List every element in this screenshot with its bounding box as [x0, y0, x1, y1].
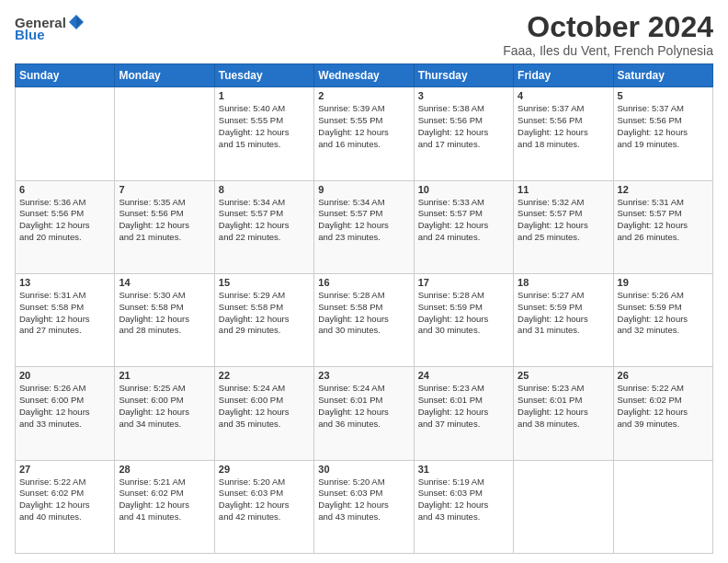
- cell-content: Sunrise: 5:20 AM Sunset: 6:03 PM Dayligh…: [219, 477, 310, 523]
- table-row: 24Sunrise: 5:23 AM Sunset: 6:01 PM Dayli…: [414, 367, 513, 460]
- calendar-week-row: 27Sunrise: 5:22 AM Sunset: 6:02 PM Dayli…: [16, 460, 713, 553]
- table-row: 12Sunrise: 5:31 AM Sunset: 5:57 PM Dayli…: [613, 180, 712, 273]
- table-row: 11Sunrise: 5:32 AM Sunset: 5:57 PM Dayli…: [514, 180, 613, 273]
- table-row: 25Sunrise: 5:23 AM Sunset: 6:01 PM Dayli…: [514, 367, 613, 460]
- day-number: 5: [618, 90, 709, 101]
- cell-content: Sunrise: 5:21 AM Sunset: 6:02 PM Dayligh…: [119, 477, 210, 523]
- col-sunday: Sunday: [16, 64, 115, 87]
- day-number: 3: [418, 90, 509, 101]
- cell-content: Sunrise: 5:22 AM Sunset: 6:02 PM Dayligh…: [19, 477, 110, 523]
- calendar-header-row: Sunday Monday Tuesday Wednesday Thursday…: [16, 64, 713, 87]
- calendar-table: Sunday Monday Tuesday Wednesday Thursday…: [15, 63, 713, 554]
- calendar-week-row: 13Sunrise: 5:31 AM Sunset: 5:58 PM Dayli…: [16, 273, 713, 366]
- cell-content: Sunrise: 5:29 AM Sunset: 5:58 PM Dayligh…: [219, 290, 310, 337]
- table-row: 5Sunrise: 5:37 AM Sunset: 5:56 PM Daylig…: [613, 87, 712, 180]
- table-row: 9Sunrise: 5:34 AM Sunset: 5:57 PM Daylig…: [314, 180, 414, 273]
- calendar-week-row: 6Sunrise: 5:36 AM Sunset: 5:56 PM Daylig…: [16, 180, 713, 273]
- table-row: 8Sunrise: 5:34 AM Sunset: 5:57 PM Daylig…: [214, 180, 313, 273]
- table-row: 18Sunrise: 5:27 AM Sunset: 5:59 PM Dayli…: [514, 273, 613, 366]
- cell-content: Sunrise: 5:19 AM Sunset: 6:03 PM Dayligh…: [418, 477, 509, 523]
- table-row: 10Sunrise: 5:33 AM Sunset: 5:57 PM Dayli…: [414, 180, 513, 273]
- cell-content: Sunrise: 5:37 AM Sunset: 5:56 PM Dayligh…: [618, 103, 709, 150]
- col-thursday: Thursday: [414, 64, 513, 87]
- day-number: 15: [219, 277, 310, 288]
- day-number: 13: [19, 277, 110, 288]
- logo-blue: Blue: [15, 27, 45, 42]
- cell-content: Sunrise: 5:26 AM Sunset: 6:00 PM Dayligh…: [19, 383, 110, 430]
- day-number: 23: [318, 370, 409, 381]
- title-area: October 2024 Faaa, Iles du Vent, French …: [503, 11, 713, 58]
- day-number: 10: [418, 184, 509, 195]
- day-number: 28: [119, 464, 210, 475]
- table-row: 19Sunrise: 5:26 AM Sunset: 5:59 PM Dayli…: [613, 273, 712, 366]
- col-saturday: Saturday: [613, 64, 712, 87]
- page: General Blue October 2024 Faaa, Iles du …: [0, 0, 728, 563]
- col-wednesday: Wednesday: [314, 64, 414, 87]
- cell-content: Sunrise: 5:38 AM Sunset: 5:56 PM Dayligh…: [418, 103, 509, 150]
- day-number: 29: [219, 464, 310, 475]
- table-row: 28Sunrise: 5:21 AM Sunset: 6:02 PM Dayli…: [115, 460, 214, 553]
- table-row: 29Sunrise: 5:20 AM Sunset: 6:03 PM Dayli…: [214, 460, 313, 553]
- day-number: 14: [119, 277, 210, 288]
- table-row: 16Sunrise: 5:28 AM Sunset: 5:58 PM Dayli…: [314, 273, 414, 366]
- cell-content: Sunrise: 5:28 AM Sunset: 5:59 PM Dayligh…: [418, 290, 509, 337]
- cell-content: Sunrise: 5:31 AM Sunset: 5:58 PM Dayligh…: [19, 290, 110, 337]
- cell-content: Sunrise: 5:34 AM Sunset: 5:57 PM Dayligh…: [219, 197, 310, 244]
- cell-content: Sunrise: 5:23 AM Sunset: 6:01 PM Dayligh…: [518, 383, 609, 430]
- day-number: 30: [318, 464, 409, 475]
- table-row: 2Sunrise: 5:39 AM Sunset: 5:55 PM Daylig…: [314, 87, 414, 180]
- table-row: 30Sunrise: 5:20 AM Sunset: 6:03 PM Dayli…: [314, 460, 414, 553]
- table-row: 22Sunrise: 5:24 AM Sunset: 6:00 PM Dayli…: [214, 367, 313, 460]
- col-tuesday: Tuesday: [214, 64, 313, 87]
- cell-content: Sunrise: 5:27 AM Sunset: 5:59 PM Dayligh…: [518, 290, 609, 337]
- table-row: 6Sunrise: 5:36 AM Sunset: 5:56 PM Daylig…: [16, 180, 115, 273]
- table-row: [514, 460, 613, 553]
- cell-content: Sunrise: 5:22 AM Sunset: 6:02 PM Dayligh…: [618, 383, 709, 430]
- cell-content: Sunrise: 5:40 AM Sunset: 5:55 PM Dayligh…: [219, 103, 310, 150]
- day-number: 12: [618, 184, 709, 195]
- cell-content: Sunrise: 5:25 AM Sunset: 6:00 PM Dayligh…: [119, 383, 210, 430]
- table-row: 20Sunrise: 5:26 AM Sunset: 6:00 PM Dayli…: [16, 367, 115, 460]
- cell-content: Sunrise: 5:24 AM Sunset: 6:01 PM Dayligh…: [318, 383, 409, 430]
- day-number: 18: [518, 277, 609, 288]
- day-number: 31: [418, 464, 509, 475]
- cell-content: Sunrise: 5:23 AM Sunset: 6:01 PM Dayligh…: [418, 383, 509, 430]
- table-row: [613, 460, 712, 553]
- table-row: 27Sunrise: 5:22 AM Sunset: 6:02 PM Dayli…: [16, 460, 115, 553]
- day-number: 9: [318, 184, 409, 195]
- cell-content: Sunrise: 5:20 AM Sunset: 6:03 PM Dayligh…: [318, 477, 409, 523]
- month-title: October 2024: [503, 11, 713, 43]
- table-row: 3Sunrise: 5:38 AM Sunset: 5:56 PM Daylig…: [414, 87, 513, 180]
- table-row: [16, 87, 115, 180]
- day-number: 2: [318, 90, 409, 101]
- cell-content: Sunrise: 5:28 AM Sunset: 5:58 PM Dayligh…: [318, 290, 409, 337]
- table-row: 14Sunrise: 5:30 AM Sunset: 5:58 PM Dayli…: [115, 273, 214, 366]
- day-number: 19: [618, 277, 709, 288]
- day-number: 11: [518, 184, 609, 195]
- calendar-week-row: 1Sunrise: 5:40 AM Sunset: 5:55 PM Daylig…: [16, 87, 713, 180]
- cell-content: Sunrise: 5:37 AM Sunset: 5:56 PM Dayligh…: [518, 103, 609, 150]
- table-row: 26Sunrise: 5:22 AM Sunset: 6:02 PM Dayli…: [613, 367, 712, 460]
- col-friday: Friday: [514, 64, 613, 87]
- day-number: 1: [219, 90, 310, 101]
- day-number: 17: [418, 277, 509, 288]
- day-number: 21: [119, 370, 210, 381]
- table-row: 21Sunrise: 5:25 AM Sunset: 6:00 PM Dayli…: [115, 367, 214, 460]
- table-row: 15Sunrise: 5:29 AM Sunset: 5:58 PM Dayli…: [214, 273, 313, 366]
- day-number: 20: [19, 370, 110, 381]
- table-row: [115, 87, 214, 180]
- table-row: 7Sunrise: 5:35 AM Sunset: 5:56 PM Daylig…: [115, 180, 214, 273]
- day-number: 26: [618, 370, 709, 381]
- col-monday: Monday: [115, 64, 214, 87]
- table-row: 23Sunrise: 5:24 AM Sunset: 6:01 PM Dayli…: [314, 367, 414, 460]
- cell-content: Sunrise: 5:39 AM Sunset: 5:55 PM Dayligh…: [318, 103, 409, 150]
- day-number: 16: [318, 277, 409, 288]
- table-row: 1Sunrise: 5:40 AM Sunset: 5:55 PM Daylig…: [214, 87, 313, 180]
- table-row: 31Sunrise: 5:19 AM Sunset: 6:03 PM Dayli…: [414, 460, 513, 553]
- cell-content: Sunrise: 5:34 AM Sunset: 5:57 PM Dayligh…: [318, 197, 409, 244]
- cell-content: Sunrise: 5:24 AM Sunset: 6:00 PM Dayligh…: [219, 383, 310, 430]
- cell-content: Sunrise: 5:36 AM Sunset: 5:56 PM Dayligh…: [19, 197, 110, 244]
- day-number: 24: [418, 370, 509, 381]
- day-number: 27: [19, 464, 110, 475]
- day-number: 22: [219, 370, 310, 381]
